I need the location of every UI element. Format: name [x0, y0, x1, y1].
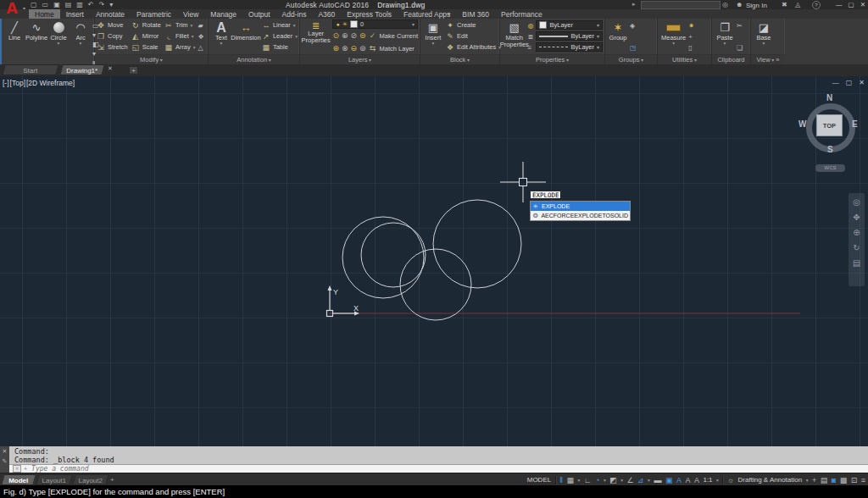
array-button[interactable]: ▦Array▾ [164, 42, 196, 53]
showmotion-icon[interactable]: ▤ [853, 259, 860, 268]
annotation-scale-icon[interactable]: A [694, 474, 699, 486]
help-icon[interactable]: ? [812, 1, 821, 9]
leader-button[interactable]: ↗Leader▾ [262, 30, 298, 42]
layer-tool-icon[interactable]: ⊛ [332, 42, 339, 54]
object-snap-icon[interactable]: ⊿ [637, 474, 644, 486]
fillet-button[interactable]: ◟Fillet▾ [164, 30, 196, 42]
circle-entity[interactable] [342, 217, 424, 298]
menu-icon[interactable]: ≡ [861, 474, 865, 486]
layer-tool-icon[interactable]: ⊚ [359, 42, 366, 54]
zoom-icon[interactable]: ⊕ [853, 229, 860, 237]
orbit-icon[interactable]: ↻ [853, 244, 860, 252]
new-file-icon[interactable]: ▢ [31, 1, 37, 8]
linetype-combo[interactable]: ByLayer▾ [536, 42, 603, 52]
panel-label-view[interactable]: View » [751, 54, 785, 64]
copy-clip-icon[interactable]: ❏ [737, 43, 743, 53]
edit-block-button[interactable]: ✎Edit [446, 30, 501, 42]
layer-select-combo[interactable]: ● ☀ 0 ▾ [332, 19, 418, 29]
tab-manage[interactable]: Manage [204, 9, 242, 19]
command-input-row[interactable]: ✕ + [9, 464, 868, 473]
application-menu-button[interactable]: A [2, 0, 22, 18]
insert-block-button[interactable]: ▣ Insert▾ [422, 19, 444, 54]
panel-label-layers[interactable]: Layers [300, 54, 420, 64]
workspace-gear-icon[interactable]: ☼ [727, 474, 734, 486]
stretch-button[interactable]: ⇲Stretch [97, 42, 128, 53]
circle-entity[interactable] [433, 200, 521, 288]
object-color-combo[interactable]: ByLayer▾ [536, 20, 603, 30]
match-layer-button[interactable]: ⇆Match Layer [369, 43, 415, 54]
close-button[interactable]: ✕ [860, 1, 865, 8]
dimension-button[interactable]: ↔ Dimension [232, 19, 259, 54]
base-button[interactable]: ◪ Base▾ [753, 19, 775, 54]
recent-commands-icon[interactable]: ✕ [13, 465, 21, 473]
model-space-indicator[interactable]: MODEL [527, 476, 551, 484]
paste-button[interactable]: ❐ Paste▾ [714, 19, 736, 54]
explode-tool-icon[interactable]: ❖ [198, 32, 204, 42]
viewcube-east[interactable]: E [852, 119, 858, 129]
ungroup-icon[interactable]: ◈ [630, 21, 637, 30]
layer-tool-icon[interactable]: ⊜ [359, 30, 366, 42]
tab-layout2[interactable]: Layout2 [72, 474, 109, 485]
autoscale-icon[interactable]: A [685, 474, 690, 486]
open-file-icon[interactable]: ▭ [42, 1, 49, 8]
polar-tracking-icon[interactable]: ◔ [595, 474, 599, 486]
drawing-canvas[interactable]: [-] [Top] [2D Wireframe] — ▢ ✕ Y X [0, 76, 868, 446]
tab-bim360[interactable]: BIM 360 [456, 9, 495, 19]
help-search-box[interactable] [641, 1, 721, 9]
edit-attributes-button[interactable]: ❖Edit Attributes▾ [446, 42, 501, 53]
panel-label-modify[interactable]: Modify [95, 54, 208, 64]
linear-button[interactable]: ↔Linear▾ [262, 19, 298, 30]
autocomplete-item-aecforceexplodetosolid[interactable]: ❂ AECFORCEEXPLODETOSOLID [531, 211, 630, 220]
tab-addins[interactable]: Add-ins [276, 9, 313, 19]
snap-mode-icon[interactable]: ‖ [559, 474, 563, 486]
ortho-mode-icon[interactable]: ∟ [584, 474, 592, 486]
clean-screen-icon[interactable]: ▩ [840, 474, 848, 486]
panel-label-block[interactable]: Block [420, 54, 499, 64]
panel-label-utilities[interactable]: Utilities [658, 54, 711, 64]
panel-overflow-icon[interactable]: » [776, 56, 779, 64]
user-icon[interactable]: ☻ [736, 1, 743, 8]
save-icon[interactable]: ▣ [53, 1, 60, 8]
save-as-icon[interactable]: ▤ [65, 1, 72, 8]
tab-layout1[interactable]: Layout1 [36, 474, 73, 485]
offset-tool-icon[interactable]: △ [198, 43, 204, 53]
tab-insert[interactable]: Insert [60, 9, 90, 19]
quick-calc-icon[interactable]: + [688, 32, 694, 42]
viewcube[interactable]: N W E S TOP WCS [804, 96, 858, 172]
customize-plus-icon[interactable]: + [812, 474, 816, 486]
trim-button[interactable]: ✂Trim▾ [164, 19, 196, 30]
new-layout-button[interactable]: + [110, 476, 114, 484]
file-tab-start[interactable]: Start [2, 64, 59, 75]
search-expand-icon[interactable]: ▸ [632, 1, 636, 8]
layer-tool-icon[interactable]: ⊘ [350, 30, 357, 42]
move-button[interactable]: ✥Move [97, 19, 128, 30]
group-selection-icon[interactable]: ◳ [630, 43, 637, 53]
tab-annotate[interactable]: Annotate [90, 9, 131, 19]
a360-icon[interactable]: ◬ [795, 1, 800, 8]
layer-tool-icon[interactable]: ⊙ [332, 30, 339, 42]
toolbar-more-icon[interactable]: ▾ [109, 1, 113, 8]
layer-tool-icon[interactable]: ⊗ [342, 42, 348, 54]
mirror-button[interactable]: ◭Mirror [131, 30, 161, 42]
command-customize-icon[interactable]: ✎ [3, 458, 8, 465]
plot-style-icon[interactable]: ≡ [527, 43, 533, 53]
tab-parametric[interactable]: Parametric [131, 9, 177, 19]
panel-label-groups[interactable]: Groups [605, 54, 657, 64]
tab-home[interactable]: Home [29, 9, 60, 19]
ribbon-display-toggle-icon[interactable]: ▾ [448, 11, 451, 18]
tab-performance[interactable]: Performance [495, 9, 548, 19]
make-current-button[interactable]: ✓Make Current [369, 30, 418, 42]
grid-display-icon[interactable]: ▦ [566, 474, 574, 486]
undo-icon[interactable]: ↶ [88, 1, 94, 8]
isolate-objects-icon[interactable]: ▤ [821, 474, 828, 486]
tab-a360[interactable]: A360 [312, 9, 341, 19]
nav-wheel-icon[interactable]: ◎ [853, 198, 860, 207]
osnap-tracking-icon[interactable]: ∠ [626, 474, 633, 486]
dynamic-input-field[interactable]: EXPLODE [530, 191, 562, 199]
create-block-button[interactable]: ✦Create [446, 19, 501, 30]
search-binoculars-icon[interactable]: ◎ [722, 1, 728, 8]
tab-output[interactable]: Output [242, 9, 276, 19]
workspace-switcher[interactable]: Drafting & Annotation [738, 476, 803, 484]
new-drawing-tab-button[interactable]: + [129, 66, 138, 75]
group-button[interactable]: ✶ Group [607, 19, 629, 54]
